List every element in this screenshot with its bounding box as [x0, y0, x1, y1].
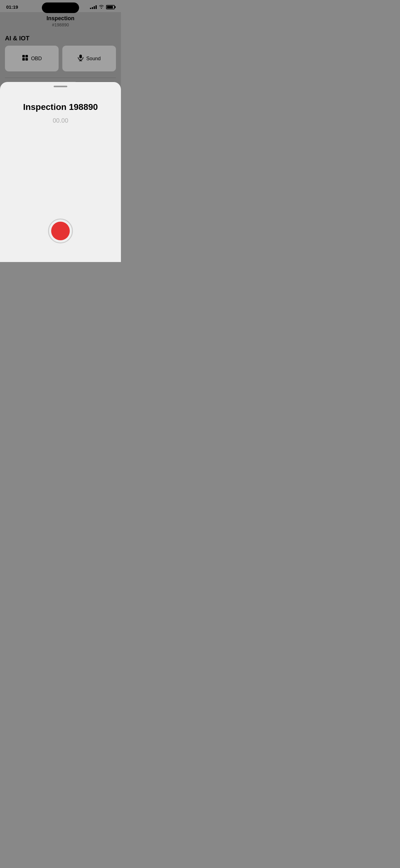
page-title: Inspection	[6, 15, 115, 22]
ai-iot-section: AI & IOT OBD	[0, 32, 121, 76]
record-button-wrap	[48, 219, 73, 243]
svg-rect-4	[79, 55, 82, 58]
record-button[interactable]	[48, 219, 73, 243]
microphone-icon	[77, 54, 84, 63]
status-bar: 01:19	[0, 0, 121, 12]
divider	[5, 78, 116, 78]
status-time: 01:19	[6, 4, 18, 10]
nav-header: Inspection #198890	[0, 12, 121, 32]
sheet-handle	[54, 86, 67, 87]
svg-rect-2	[22, 58, 25, 61]
signal-icon	[90, 5, 97, 9]
sheet-timer: 00.00	[53, 117, 68, 124]
page-subtitle: #198890	[6, 22, 115, 27]
svg-rect-3	[26, 58, 28, 61]
sound-label: Sound	[86, 56, 100, 61]
status-icons	[90, 4, 115, 10]
sheet-title: Inspection 198890	[23, 102, 98, 112]
obd-icon	[22, 54, 29, 63]
dynamic-island	[42, 2, 79, 13]
svg-rect-1	[26, 55, 28, 57]
battery-icon	[106, 5, 115, 9]
sound-card[interactable]: Sound	[62, 45, 116, 71]
bottom-sheet: Inspection 198890 00.00	[0, 82, 121, 262]
svg-rect-0	[22, 55, 25, 57]
ai-iot-grid: OBD Sound	[5, 45, 116, 71]
obd-card[interactable]: OBD	[5, 45, 59, 71]
obd-label: OBD	[31, 56, 42, 61]
ai-iot-label: AI & IOT	[5, 32, 116, 42]
wifi-icon	[99, 4, 104, 10]
record-inner-circle	[51, 222, 70, 240]
